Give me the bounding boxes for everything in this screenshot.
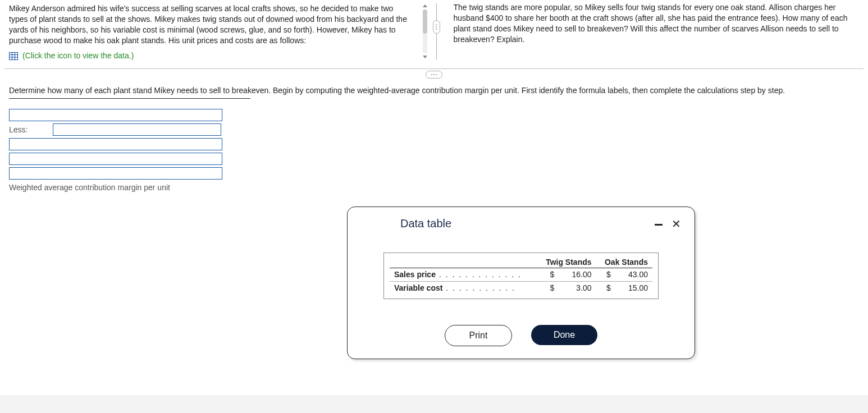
scroll-down-icon[interactable]	[423, 56, 427, 58]
horizontal-rule	[4, 68, 864, 69]
question-right-column: The twig stands are more popular, so Mik…	[442, 2, 864, 61]
formula-input-5[interactable]	[9, 167, 222, 180]
scroll-up-icon[interactable]	[423, 4, 427, 7]
data-table-icon[interactable]	[9, 52, 18, 60]
question-left-column: Mikey Anderson admired his wife's succes…	[9, 2, 419, 61]
scroll-track[interactable]	[423, 10, 427, 53]
vertical-splitter-grip[interactable]	[433, 20, 440, 34]
less-label: Less:	[9, 125, 53, 134]
view-data-link[interactable]: (Click the icon to view the data.)	[22, 51, 134, 60]
svg-rect-0	[10, 52, 18, 59]
horizontal-splitter-grip[interactable]	[426, 71, 442, 79]
scroll-thumb[interactable]	[423, 10, 427, 34]
question-left-text: Mikey Anderson admired his wife's succes…	[9, 4, 407, 45]
question-right-text: The twig stands are more popular, so Mik…	[454, 3, 848, 44]
formula-input-4[interactable]	[9, 153, 222, 165]
question-top: Mikey Anderson admired his wife's succes…	[0, 0, 868, 61]
formula-input-1[interactable]	[9, 109, 222, 121]
instruction-block: Determine how many of each plant stand M…	[0, 80, 868, 99]
result-label: Weighted average contribution margin per…	[9, 183, 859, 192]
formula-input-3[interactable]	[9, 138, 222, 150]
formula-input-less[interactable]	[53, 123, 221, 136]
instruction-text: Determine how many of each plant stand M…	[9, 86, 785, 95]
horizontal-splitter[interactable]	[4, 68, 864, 80]
formula-area: Less: Weighted average contribution marg…	[0, 99, 868, 192]
left-scrollbar[interactable]	[419, 2, 431, 61]
vertical-splitter[interactable]	[436, 3, 437, 59]
data-icon-row: (Click the icon to view the data.)	[9, 51, 413, 61]
